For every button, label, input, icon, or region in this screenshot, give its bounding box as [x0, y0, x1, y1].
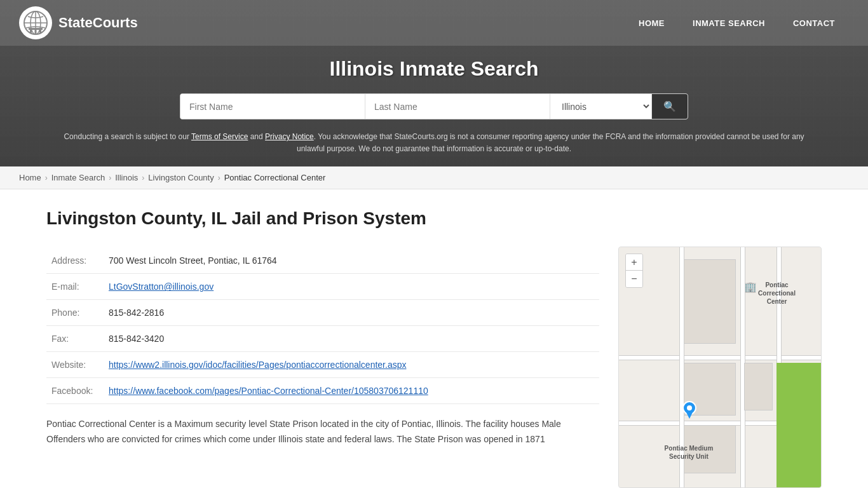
- info-table: Address: 700 West Lincoln Street, Pontia…: [46, 248, 599, 404]
- breadcrumb-sep-2: ›: [109, 173, 111, 182]
- last-name-input[interactable]: [365, 94, 550, 119]
- state-select[interactable]: Select State Alabama Alaska Arizona Illi…: [550, 94, 652, 119]
- terms-link[interactable]: Terms of Service: [191, 132, 248, 141]
- facebook-link[interactable]: https://www.facebook.com/pages/Pontiac-C…: [109, 386, 428, 396]
- email-link[interactable]: LtGovStratton@illinois.gov: [109, 281, 214, 292]
- email-value: LtGovStratton@illinois.gov: [104, 274, 599, 300]
- nav-home[interactable]: HOME: [625, 13, 679, 33]
- description-text: Pontiac Correctional Center is a Maximum…: [46, 417, 599, 447]
- nav-inmate-search[interactable]: INMATE SEARCH: [679, 13, 779, 33]
- breadcrumb-current: Pontiac Correctional Center: [224, 173, 326, 182]
- zoom-out-button[interactable]: −: [626, 271, 642, 287]
- website-value: https://www2.illinois.gov/idoc/facilitie…: [104, 352, 599, 378]
- map-label-medium-unit: Pontiac Medium Security Unit: [663, 444, 714, 461]
- breadcrumb-sep-4: ›: [218, 173, 220, 182]
- address-row: Address: 700 West Lincoln Street, Pontia…: [46, 248, 599, 274]
- email-row: E-mail: LtGovStratton@illinois.gov: [46, 274, 599, 300]
- map-label-pontiac-center: Pontiac Correctional Center: [749, 281, 806, 306]
- website-label: Website:: [46, 352, 104, 378]
- phone-value: 815-842-2816: [104, 300, 599, 326]
- search-bar: Select State Alabama Alaska Arizona Illi…: [180, 93, 688, 119]
- address-value: 700 West Lincoln Street, Pontiac, IL 617…: [104, 248, 599, 274]
- search-bar-area: Select State Alabama Alaska Arizona Illi…: [0, 87, 868, 126]
- nav-links: HOME INMATE SEARCH CONTACT: [625, 13, 849, 33]
- facebook-row: Facebook: https://www.facebook.com/pages…: [46, 378, 599, 404]
- svg-marker-9: [686, 411, 693, 419]
- logo-area[interactable]: StateCourts: [19, 6, 138, 39]
- breadcrumb-sep-3: ›: [142, 173, 144, 182]
- breadcrumb-livingston-county[interactable]: Livingston County: [148, 173, 214, 182]
- facebook-label: Facebook:: [46, 378, 104, 404]
- search-button[interactable]: 🔍: [652, 94, 688, 119]
- map-zoom-controls: + −: [625, 254, 643, 288]
- website-link[interactable]: https://www2.illinois.gov/idoc/facilitie…: [109, 360, 406, 370]
- header: StateCourts HOME INMATE SEARCH CONTACT I…: [0, 0, 868, 166]
- svg-point-10: [687, 405, 692, 410]
- svg-rect-4: [30, 29, 32, 34]
- breadcrumb-home[interactable]: Home: [19, 173, 41, 182]
- address-label: Address:: [46, 248, 104, 274]
- map-area: 🏢 Pontiac Correctional Center Pontiac Me…: [618, 247, 822, 488]
- map-block-2: [744, 363, 773, 411]
- map-pin: [682, 401, 696, 421]
- facility-heading: Livingston County, IL Jail and Prison Sy…: [46, 208, 599, 229]
- search-icon: 🔍: [663, 101, 676, 112]
- fax-value: 815-842-3420: [104, 326, 599, 352]
- page-title: Illinois Inmate Search: [13, 57, 855, 81]
- fax-label: Fax:: [46, 326, 104, 352]
- svg-rect-5: [35, 29, 37, 34]
- logo-icon: [19, 6, 52, 39]
- phone-row: Phone: 815-842-2816: [46, 300, 599, 326]
- content-left: Livingston County, IL Jail and Prison Sy…: [46, 208, 599, 488]
- main-content: Livingston County, IL Jail and Prison Sy…: [27, 189, 841, 488]
- website-row: Website: https://www2.illinois.gov/idoc/…: [46, 352, 599, 378]
- map-block-1: [684, 259, 736, 343]
- logo-label: StateCourts: [58, 15, 138, 31]
- fax-row: Fax: 815-842-3420: [46, 326, 599, 352]
- svg-rect-6: [39, 29, 41, 34]
- zoom-in-button[interactable]: +: [626, 254, 642, 271]
- svg-rect-7: [29, 28, 43, 30]
- header-top: StateCourts HOME INMATE SEARCH CONTACT: [0, 0, 868, 46]
- map-block-green: [776, 363, 821, 488]
- map-container: 🏢 Pontiac Correctional Center Pontiac Me…: [619, 247, 821, 487]
- phone-label: Phone:: [46, 300, 104, 326]
- disclaimer-area: Conducting a search is subject to our Te…: [0, 126, 868, 166]
- breadcrumb-illinois[interactable]: Illinois: [115, 173, 138, 182]
- header-title-area: Illinois Inmate Search: [0, 46, 868, 87]
- first-name-input[interactable]: [180, 94, 365, 119]
- breadcrumb-sep-1: ›: [45, 173, 48, 182]
- nav-contact[interactable]: CONTACT: [779, 13, 849, 33]
- breadcrumb-inmate-search[interactable]: Inmate Search: [51, 173, 105, 182]
- privacy-link[interactable]: Privacy Notice: [265, 132, 314, 141]
- email-label: E-mail:: [46, 274, 104, 300]
- facebook-value: https://www.facebook.com/pages/Pontiac-C…: [104, 378, 599, 404]
- breadcrumb: Home › Inmate Search › Illinois › Living…: [0, 166, 868, 189]
- map-road-h1: [619, 355, 821, 360]
